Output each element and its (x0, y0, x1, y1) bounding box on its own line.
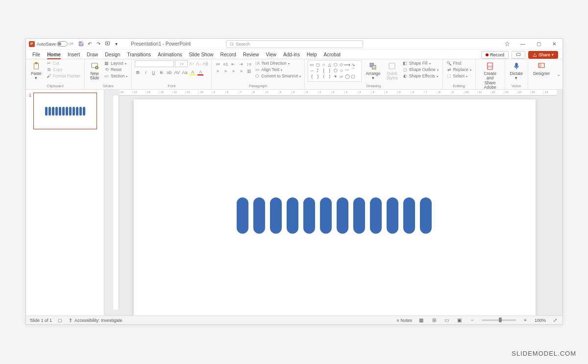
shape-item[interactable]: ◯ (344, 73, 350, 79)
shape-item[interactable]: ↘ (350, 62, 356, 67)
notes-button[interactable]: ≡Notes (396, 318, 412, 323)
select-button[interactable]: ⬚Select▾ (446, 73, 472, 79)
save-icon[interactable] (78, 41, 84, 47)
shape-item[interactable]: ⟶ (344, 62, 350, 67)
record-button[interactable]: Record (481, 51, 509, 59)
quick-styles-button[interactable]: Quick Styles (385, 60, 400, 82)
rounded-rect-shape[interactable] (303, 197, 315, 234)
undo-icon[interactable]: ↶ (87, 41, 93, 47)
replace-button[interactable]: ⇄Replace▾ (446, 67, 472, 73)
tab-file[interactable]: File (29, 50, 44, 59)
underline-button[interactable]: U (150, 70, 156, 75)
lang-icon[interactable]: ▢ (58, 318, 62, 323)
tab-transitions[interactable]: Transitions (123, 50, 154, 59)
shape-outline-button[interactable]: ◻Shape Outline▾ (402, 67, 440, 73)
paste-button[interactable]: Paste▾ (29, 60, 44, 82)
shadow-button[interactable]: ab (166, 70, 172, 75)
tab-slide-show[interactable]: Slide Show (185, 50, 217, 59)
italic-button[interactable]: I (143, 70, 148, 75)
convert-smartart-button[interactable]: ⬡Convert to SmartArt▾ (254, 73, 302, 79)
share-button[interactable]: Share▾ (528, 51, 558, 59)
shape-item[interactable]: ⬠ (333, 68, 338, 73)
zoom-level[interactable]: 100% (535, 318, 546, 323)
shape-item[interactable]: } (327, 68, 332, 73)
align-left-icon[interactable]: ≡ (215, 68, 220, 74)
shape-fill-button[interactable]: ◧Shape Fill▾ (402, 60, 440, 66)
highlight-button[interactable]: A (190, 70, 196, 75)
strike-button[interactable]: S (158, 70, 164, 75)
tab-animations[interactable]: Animations (154, 50, 185, 59)
shape-item[interactable]: { (321, 68, 326, 73)
font-size-select[interactable]: 18 (175, 60, 188, 67)
rounded-rect-shape[interactable] (403, 197, 415, 234)
start-from-beginning-icon[interactable] (104, 41, 110, 47)
tab-acrobat[interactable]: Acrobat (320, 50, 344, 59)
line-spacing-icon[interactable]: ↕≡ (246, 61, 252, 67)
shape-item[interactable]: ) (315, 73, 320, 79)
shape-effects-button[interactable]: ◐Shape Effects▾ (402, 73, 440, 79)
premium-icon[interactable] (502, 40, 513, 48)
rounded-rect-shape[interactable] (337, 197, 348, 234)
sorter-view-icon[interactable]: ⊞ (431, 317, 438, 324)
shape-item[interactable]: ⟨ (321, 73, 326, 79)
shape-item[interactable]: ⟩ (327, 73, 332, 79)
font-family-select[interactable] (135, 60, 174, 67)
shrink-font-icon[interactable]: A↓ (196, 61, 201, 67)
slide-editor[interactable]: 1615141312111098765432101234567891011121… (104, 90, 563, 315)
tab-insert[interactable]: Insert (64, 50, 83, 59)
zoom-out-button[interactable]: − (469, 317, 476, 324)
find-button[interactable]: 🔍Find (446, 60, 472, 66)
shape-item[interactable]: 〰 (344, 68, 350, 73)
search-input[interactable]: Search (226, 40, 363, 48)
rounded-rect-shape[interactable] (320, 197, 332, 234)
char-spacing-button[interactable]: AV (174, 70, 180, 75)
justify-icon[interactable]: ≡ (238, 68, 244, 74)
arrange-button[interactable]: Arrange▾ (364, 60, 382, 82)
close-button[interactable]: ✕ (549, 40, 560, 48)
present-button[interactable] (512, 51, 525, 59)
slide-thumbnail[interactable] (33, 93, 97, 129)
change-case-button[interactable]: Aa (182, 70, 188, 75)
rounded-rect-shape[interactable] (287, 197, 298, 234)
numbering-icon[interactable]: ≡1 (222, 61, 228, 67)
font-color-button[interactable]: A (197, 70, 203, 75)
shape-item[interactable]: ⤴ (315, 68, 320, 73)
copy-button[interactable]: ⧉Copy (46, 67, 81, 73)
grow-font-icon[interactable]: A↑ (189, 61, 195, 67)
align-text-button[interactable]: ▭Align Text▾ (254, 67, 302, 73)
shape-item[interactable]: ◇ (339, 62, 344, 67)
tab-draw[interactable]: Draw (83, 50, 101, 59)
rounded-rect-shape[interactable] (420, 197, 432, 234)
shape-item[interactable]: ↔ (309, 68, 315, 73)
shape-item[interactable]: ✶ (333, 73, 338, 79)
accessibility-button[interactable]: Accessibility: Investigate (68, 318, 122, 323)
text-direction-button[interactable]: ↕AText Direction▾ (254, 60, 302, 66)
toggle-pill[interactable] (57, 41, 68, 47)
shape-item[interactable]: ☆ (339, 68, 344, 73)
rounded-rect-shape[interactable] (253, 197, 265, 234)
reset-button[interactable]: ⟲Reset (103, 67, 128, 73)
align-right-icon[interactable]: ≡ (230, 68, 236, 74)
reading-view-icon[interactable]: ▭ (443, 317, 450, 324)
qat-more-icon[interactable]: ▾ (113, 41, 119, 47)
shape-item[interactable]: △ (327, 62, 332, 67)
designer-button[interactable]: Designer (531, 60, 552, 77)
shapes-gallery[interactable]: ▭◻○△⬡◇⟶↘↔⤴{}⬠☆〰⌒()⟨⟩✶▱◯▢ (308, 60, 362, 82)
clear-format-icon[interactable]: Aϕ (202, 61, 208, 67)
shape-item[interactable]: ▢ (350, 73, 356, 79)
bold-button[interactable]: B (135, 70, 141, 75)
rounded-rect-shape[interactable] (387, 197, 398, 234)
tab-review[interactable]: Review (240, 50, 263, 59)
rounded-rect-shape[interactable] (353, 197, 365, 234)
tab-add-ins[interactable]: Add-ins (280, 50, 303, 59)
shape-item[interactable]: ( (309, 73, 315, 79)
columns-icon[interactable]: ▥ (246, 68, 252, 74)
fit-button[interactable]: ⤢ (552, 317, 559, 324)
shape-item[interactable]: ○ (321, 62, 326, 67)
dictate-button[interactable]: Dictate▾ (508, 60, 525, 82)
tab-home[interactable]: Home (44, 50, 64, 59)
align-center-icon[interactable]: ≡ (222, 68, 228, 74)
layout-button[interactable]: ▦Layout▾ (103, 60, 128, 66)
tab-view[interactable]: View (263, 50, 280, 59)
slide-canvas[interactable] (134, 99, 536, 315)
